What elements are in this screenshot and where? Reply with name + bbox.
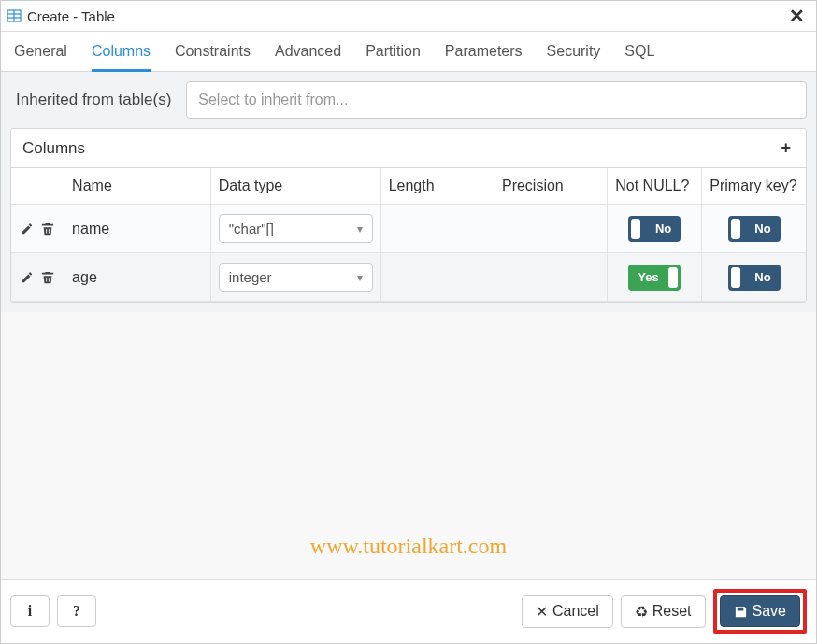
tab-partition[interactable]: Partition [366,39,421,72]
watermark: www.tutorialkart.com [1,534,816,559]
header-actions [11,168,64,205]
header-precision: Precision [494,168,607,205]
cell-name[interactable]: name [64,205,211,253]
columns-panel-header: Columns + [11,129,806,168]
cell-length[interactable] [380,205,494,253]
inherit-row: Inherited from table(s) Select to inheri… [10,81,807,119]
notnull-toggle[interactable]: Yes [628,265,681,291]
tabs-bar: General Columns Constraints Advanced Par… [1,32,816,72]
columns-panel-title: Columns [22,139,85,158]
cell-length[interactable] [380,253,494,302]
dialog-footer: i ? ✕ Cancel ♻ Reset Save [1,579,816,643]
tab-columns[interactable]: Columns [92,39,150,72]
cell-precision[interactable] [494,253,607,302]
inherit-input[interactable]: Select to inherit from... [186,81,807,119]
title-bar: Create - Table ✕ [1,1,816,32]
header-pk: Primary key? [702,168,806,205]
close-icon: ✕ [536,603,548,621]
columns-table: Name Data type Length Precision Not NULL… [11,168,806,302]
info-button[interactable]: i [10,595,50,627]
table-row: age integer Yes No [11,253,806,302]
inherit-label: Inherited from table(s) [10,81,177,119]
type-select[interactable]: "char"[] [219,214,373,243]
dialog-body: Inherited from table(s) Select to inheri… [1,72,816,312]
header-type: Data type [210,168,380,205]
tab-constraints[interactable]: Constraints [175,39,251,72]
tab-general[interactable]: General [14,39,67,72]
notnull-toggle[interactable]: No [628,216,681,242]
reset-button[interactable]: ♻ Reset [621,595,706,628]
edit-icon[interactable] [21,271,34,284]
header-length: Length [380,168,494,205]
close-icon[interactable]: ✕ [785,5,809,27]
save-button[interactable]: Save [720,595,800,627]
save-icon [734,605,748,619]
help-button[interactable]: ? [57,595,96,627]
trash-icon[interactable] [41,271,54,284]
tab-parameters[interactable]: Parameters [445,39,523,72]
table-icon [7,8,22,23]
type-select[interactable]: integer [219,263,373,292]
add-column-icon[interactable]: + [777,138,795,158]
pk-toggle[interactable]: No [728,265,781,291]
tab-security[interactable]: Security [547,39,601,72]
window-title: Create - Table [27,8,785,24]
trash-icon[interactable] [41,222,54,236]
table-row: name "char"[] No No [11,205,806,253]
header-notnull: Not NULL? [608,168,702,205]
cancel-button[interactable]: ✕ Cancel [522,595,613,628]
pk-toggle[interactable]: No [728,216,781,242]
tab-advanced[interactable]: Advanced [275,39,341,72]
edit-icon[interactable] [21,222,34,236]
save-highlight: Save [713,589,807,634]
tab-sql[interactable]: SQL [624,39,654,72]
cell-name[interactable]: age [64,253,211,302]
header-name: Name [64,168,211,205]
recycle-icon: ♻ [635,603,648,621]
cell-precision[interactable] [494,205,607,253]
columns-panel: Columns + Name Data type Length Precisio… [10,128,807,303]
